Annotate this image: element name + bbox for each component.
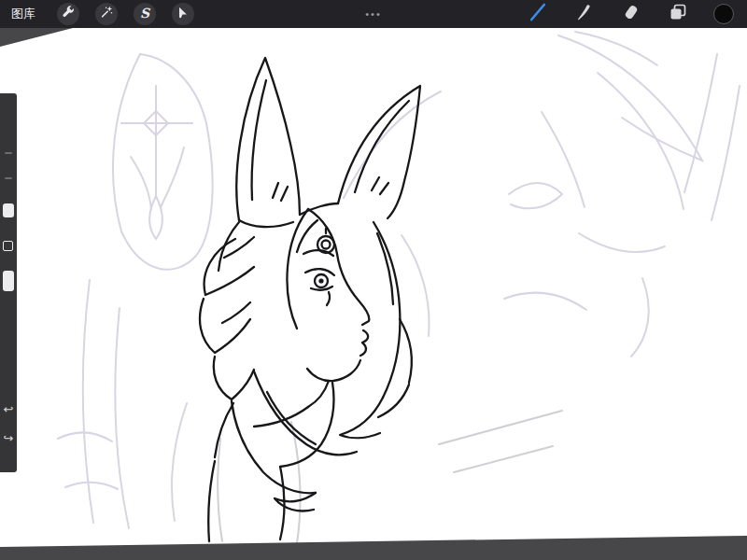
erase-tool-button[interactable] bbox=[620, 3, 642, 25]
brush-size-tick bbox=[5, 177, 12, 179]
selection-button[interactable]: S bbox=[134, 3, 156, 25]
magic-wand-icon bbox=[99, 5, 114, 23]
selection-s-glyph: S bbox=[140, 7, 149, 20]
window-handle-dots[interactable]: ••• bbox=[365, 0, 382, 28]
paint-tool-button[interactable] bbox=[527, 3, 549, 25]
paintbrush-icon bbox=[528, 2, 548, 26]
smudge-tool-button[interactable] bbox=[573, 3, 596, 25]
layers-icon bbox=[668, 2, 688, 26]
layers-button[interactable] bbox=[667, 3, 689, 25]
adjustments-button[interactable] bbox=[95, 3, 118, 25]
transform-button[interactable] bbox=[172, 3, 194, 25]
modify-button[interactable] bbox=[3, 241, 13, 251]
opacity-slider-handle[interactable] bbox=[3, 271, 14, 291]
toolbar-left-group: 图库 S bbox=[0, 0, 194, 28]
artwork-sketch bbox=[0, 28, 747, 547]
transform-arrow-icon bbox=[176, 5, 190, 23]
toolbar-right-group bbox=[527, 3, 747, 25]
actions-button[interactable] bbox=[57, 3, 79, 25]
wrench-icon bbox=[61, 5, 76, 23]
undo-button[interactable]: ↩ bbox=[0, 403, 17, 416]
color-swatch-button[interactable] bbox=[713, 4, 734, 24]
drawing-canvas[interactable] bbox=[0, 28, 747, 547]
smudge-icon bbox=[574, 2, 595, 26]
under-sketch-layer bbox=[58, 32, 740, 543]
sidebar[interactable]: ↩ ↪ bbox=[0, 93, 17, 472]
gallery-button[interactable]: 图库 bbox=[11, 0, 35, 28]
eraser-icon bbox=[621, 2, 641, 26]
brush-size-slider-handle[interactable] bbox=[3, 203, 14, 217]
brush-size-tick bbox=[5, 152, 12, 154]
ink-layer bbox=[200, 58, 420, 541]
top-toolbar: 图库 S bbox=[0, 0, 747, 28]
redo-button[interactable]: ↪ bbox=[0, 432, 17, 445]
